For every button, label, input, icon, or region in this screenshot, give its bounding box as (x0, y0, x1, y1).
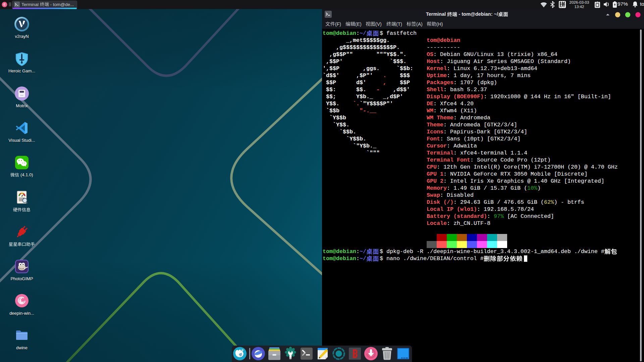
svg-text:m-o: m-o (20, 94, 23, 96)
